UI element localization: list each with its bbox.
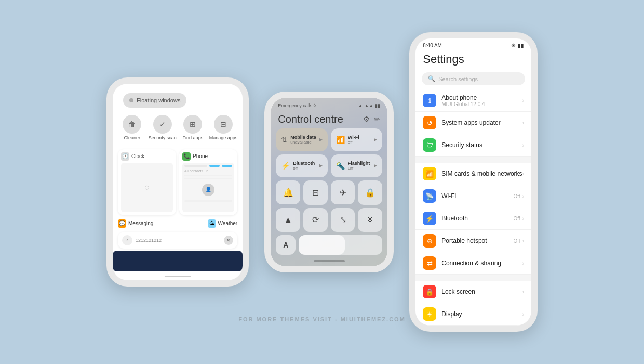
weather-label-row: 🌤 Weather [208,219,238,228]
home-indicator [165,276,191,277]
phone1-screen: Floating windows 🗑 Cleaner ✓ Security sc… [113,84,243,280]
connection-sharing-icon: ⇄ [423,256,436,270]
search-placeholder: Search settings [438,76,478,82]
flashlight-tile-sub: Off [348,166,370,171]
security-status-label: Security status [441,141,522,149]
settings-icon[interactable]: ⚙ [363,115,370,123]
mobile-data-arrow: ▶ [319,137,323,142]
about-phone-icon: ℹ [423,94,436,107]
sim-cards-arrow: › [522,171,524,177]
floating-windows-label: Floating windows [137,97,180,103]
floating-windows-pill[interactable]: Floating windows [123,93,186,108]
app-cards-row1: 🕐 Clock ○ 📞 Phone [113,145,243,217]
close-button[interactable]: ✕ [224,236,233,245]
mobile-data-label: Mobile data [290,135,316,140]
bluetooth-item[interactable]: ⚡ Bluetooth Off › [415,207,531,230]
display-item[interactable]: ☀ Display › [415,303,531,326]
navigation-bar [113,271,243,280]
search-icon: 🔍 [428,75,435,82]
brightness-bar[interactable] [299,235,382,255]
system-apps-updater-item[interactable]: ↺ System apps updater › [415,112,531,134]
signal-icons: ▲ ▲▲ ▮▮ [358,103,380,108]
wifi-tile-label: Wi-Fi [348,135,359,140]
lock-screen-label: Lock screen [441,288,522,295]
phones-container: Floating windows 🗑 Cleaner ✓ Security sc… [106,32,538,332]
mobile-data-icon: ⇅ [281,136,287,144]
eye-button[interactable]: 👁 [358,208,382,232]
manage-apps-label: Manage apps [209,135,238,141]
hotspot-item[interactable]: ⊕ Portable hotspot Off › [415,230,531,252]
manage-apps-item[interactable]: ⊟ Manage apps [209,115,238,141]
find-apps-label: Find apps [183,135,204,141]
security-status-icon: 🛡 [423,138,436,152]
wifi-tile[interactable]: 📶 Wi-Fi off ▶ [331,128,383,151]
battery-icon: ▮▮ [375,103,380,108]
lock-screen-text: Lock screen [441,288,522,295]
app-cards-row2: 💬 Messaging 🌤 Weather [113,217,243,230]
wifi-settings-icon: 📡 [423,189,436,203]
settings-title: Settings [415,50,531,70]
airplane-button[interactable]: ✈ [331,180,355,205]
lock-screen-icon: 🔒 [423,285,436,298]
security-scan-item[interactable]: ✓ Security scan [149,115,177,141]
display-icon: ☀ [423,307,436,321]
system-apps-icon: ↺ [423,116,436,129]
about-phone-sub: MIUI Global 12.0.4 [441,101,522,107]
screen-off-button[interactable]: ⊟ [303,180,328,205]
lock-screen-item[interactable]: 🔒 Lock screen › [415,281,531,303]
phone-card[interactable]: 📞 Phone All contacts · 2 👤 [179,149,237,215]
location-button[interactable]: ▲ [276,208,300,232]
find-apps-icon: ⊞ [183,115,202,134]
mobile-data-sub: unavailable [290,140,316,145]
edit-icon[interactable]: ✏ [374,115,380,123]
lock-button[interactable]: 🔒 [358,180,382,205]
phone3-shell: 8:40 AM ☀ ▮▮ Settings 🔍 Search settings … [409,32,538,332]
settings-menu: ℹ About phone MIUI Global 12.0.4 › ↺ Sys… [415,89,531,326]
back-button[interactable]: ‹ [122,235,132,245]
clock-card[interactable]: 🕐 Clock ○ [118,149,176,215]
font-brightness-row: A [276,235,382,255]
cleaner-item[interactable]: 🗑 Cleaner [118,115,146,141]
control-centre-content: Emergency calls ◊ ▲ ▲▲ ▮▮ Control centre… [271,98,387,267]
wifi-item[interactable]: 📡 Wi-Fi Off › [415,185,531,207]
settings-time: 8:40 AM [423,43,442,48]
sim-cards-item[interactable]: 📶 SIM cards & mobile networks › [415,163,531,185]
wifi-tile-sub: off [348,140,359,145]
font-size-button[interactable]: A [276,235,296,255]
hotspot-label: Portable hotspot [441,237,513,244]
sim-cards-text: SIM cards & mobile networks [441,170,522,177]
mobile-data-tile[interactable]: ⇅ Mobile data unavailable ▶ [276,128,328,151]
pill-dot [129,98,133,102]
security-status-arrow: › [522,142,524,148]
title-row: Control centre ⚙ ✏ [276,110,382,128]
about-phone-label: About phone [441,94,522,101]
conversation-card[interactable]: ‹ 1212121212 ✕ [118,232,237,249]
flashlight-tile[interactable]: 🔦 Flashlight Off ▶ [331,154,383,177]
find-apps-item[interactable]: ⊞ Find apps [179,115,207,141]
conversation-text: 1212121212 [136,238,221,243]
bluetooth-arrow: › [522,216,524,222]
screen-rotate-button[interactable]: ⟳ [303,208,328,232]
flashlight-tile-text: Flashlight Off [348,161,370,171]
quick-action-grid: 🗑 Cleaner ✓ Security scan ⊞ Find apps ⊟ … [113,111,243,145]
weather-card [113,251,243,271]
weather-label: Weather [218,220,238,226]
settings-search-bar[interactable]: 🔍 Search settings [422,72,525,85]
cellular-icon: ▲▲ [364,103,373,108]
connection-sharing-text: Connection & sharing [441,259,522,267]
settings-brightness-icon: ☀ [511,43,516,48]
phone-app-name: Phone [193,153,208,159]
security-status-text: Security status [441,141,522,149]
flashlight-tile-label: Flashlight [348,161,370,166]
clock-content: ○ [121,163,173,212]
icon-grid-2: ▲ ⟳ ⤡ 👁 [276,208,382,232]
screenshot-button[interactable]: ⤡ [331,208,355,232]
bell-button[interactable]: 🔔 [276,180,300,205]
about-phone-item[interactable]: ℹ About phone MIUI Global 12.0.4 › [415,89,531,112]
bluetooth-tile[interactable]: ⚡ Bluetooth off ▶ [276,154,328,177]
security-status-item[interactable]: 🛡 Security status › [415,134,531,157]
wifi-signal-icon: ▲ [358,103,363,108]
bluetooth-tile-icon: ⚡ [281,162,290,170]
messaging-label-row: 💬 Messaging [118,219,153,228]
connection-sharing-item[interactable]: ⇄ Connection & sharing › [415,252,531,275]
